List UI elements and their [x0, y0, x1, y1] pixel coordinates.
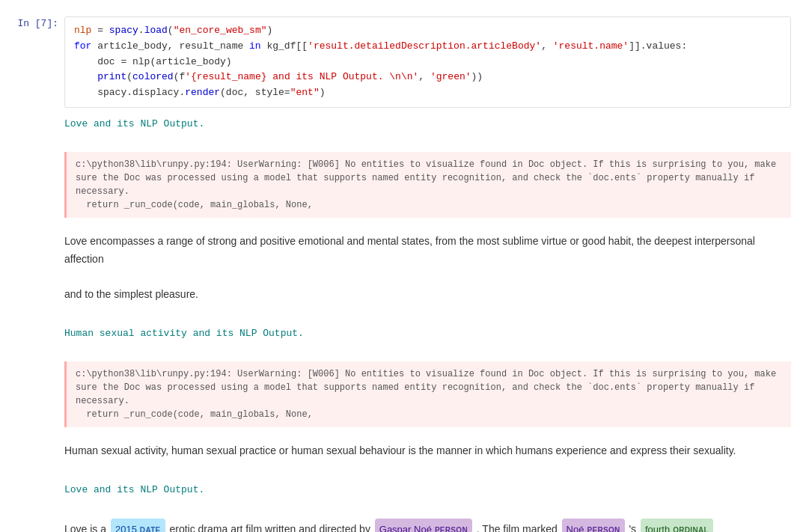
ner-value-fourth: fourth — [645, 519, 670, 532]
ner-tag-2015: 2015 DATE — [111, 519, 165, 532]
ner-value-noe: Noé — [567, 519, 584, 532]
output-human-sexual: Human sexual activity and its NLP Output… — [64, 323, 791, 342]
warning-box-2: c:\python38\lib\runpy.py:194: UserWarnin… — [64, 361, 791, 427]
nlp-output-text-2: Human sexual activity, human sexual prac… — [64, 438, 791, 465]
text-love-is-a: Love is a — [64, 523, 106, 532]
warning-box-1: c:\python38\lib\runpy.py:194: UserWarnin… — [64, 152, 791, 218]
text-film-marked: . The film marked — [477, 523, 558, 532]
ner-tag-gaspar: Gaspar Noé PERSON — [375, 519, 472, 532]
cell-label-empty-6 — [12, 438, 64, 439]
ner-sentence: Love is a 2015 DATE erotic drama art fil… — [64, 513, 791, 532]
output-love-1: Love and its NLP Output. — [64, 114, 791, 132]
ner-value-gaspar: Gaspar Noé — [379, 519, 432, 532]
ner-label-noe: PERSON — [587, 522, 620, 532]
cell-label-empty-3 — [12, 228, 64, 230]
ner-value-2015: 2015 — [115, 519, 137, 532]
text-erotic-drama: erotic drama art film written and direct… — [169, 523, 370, 532]
cell-label-empty-4 — [12, 323, 64, 325]
nlp-output-text-1: Love encompasses a range of strong and p… — [64, 228, 791, 308]
cell-label-empty-2 — [12, 147, 64, 149]
code-block-7: nlp = spacy.load("en_core_web_sm") for a… — [64, 16, 791, 108]
ner-label-2015: DATE — [140, 522, 161, 532]
ner-tag-fourth: fourth ORDINAL — [641, 519, 713, 532]
cell-label-empty-5 — [12, 357, 64, 358]
ner-tag-noe: Noé PERSON — [562, 519, 625, 532]
cell-label-empty-8 — [12, 513, 64, 515]
ner-label-fourth: ORDINAL — [673, 522, 709, 532]
output-love-3: Love and its NLP Output. — [64, 480, 791, 498]
text-apostrophe-s: 's — [629, 523, 636, 532]
cell-label-empty-1 — [12, 114, 64, 115]
ner-label-gaspar: PERSON — [435, 522, 468, 532]
cell-label-empty-7 — [12, 480, 64, 481]
cell-label-7: In [7]: — [12, 16, 64, 29]
